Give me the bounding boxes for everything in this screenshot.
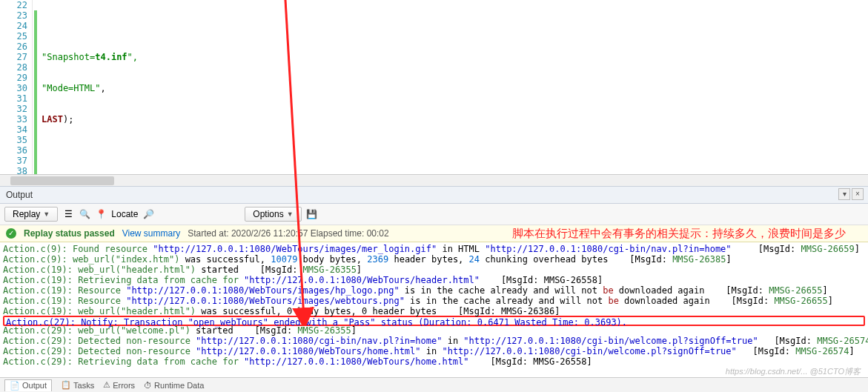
find-icon[interactable]: 🔍 bbox=[79, 208, 90, 220]
options-dropdown[interactable]: Options▼ bbox=[245, 207, 301, 222]
annotation-text: 脚本在执行过程中会有事务的相关提示：持续多久，浪费时间是多少 bbox=[512, 227, 846, 241]
watermark: https://blog.csdn.net/... @51CTO博客 bbox=[726, 366, 861, 377]
tab-runtime-data[interactable]: ⏱Runtime Data bbox=[144, 381, 204, 390]
output-toolbar: Replay▼ ☰ 🔍 📍 Locate 🔎 Options▼ 💾 bbox=[0, 204, 868, 225]
tab-tasks[interactable]: 📋Tasks bbox=[61, 380, 94, 390]
tab-output[interactable]: 📄Output bbox=[4, 379, 52, 391]
code-editor[interactable]: 22 23 24 25 26 27 28 29 30 31 32 33 34 3… bbox=[0, 0, 868, 174]
output-log[interactable]: Action.c(9): Found resource "http://127.… bbox=[0, 242, 868, 368]
panel-menu-button[interactable]: ▾ bbox=[838, 188, 850, 200]
tab-errors[interactable]: ⚠Errors bbox=[103, 380, 135, 390]
status-meta: Started at: 2020/2/26 11:20:57 Elapsed t… bbox=[188, 228, 389, 239]
locate-icon[interactable]: 📍 bbox=[95, 208, 107, 220]
replay-dropdown[interactable]: Replay▼ bbox=[4, 207, 58, 222]
panel-close-button[interactable]: × bbox=[852, 188, 864, 200]
change-markers bbox=[33, 0, 39, 174]
code-body[interactable]: "Snapshot=t4.inf", "Mode=HTML", LAST); l… bbox=[39, 0, 868, 174]
transaction-notify-row: Action.c(27): Notify: Transaction "open_… bbox=[3, 316, 865, 326]
locate-label[interactable]: Locate bbox=[111, 209, 138, 219]
success-icon: ✓ bbox=[6, 228, 16, 239]
status-text: Replay status passed bbox=[24, 228, 115, 239]
horizontal-scrollbar[interactable] bbox=[0, 174, 868, 186]
save-icon[interactable]: 💾 bbox=[306, 208, 318, 220]
output-panel-title: Output ▾ × bbox=[0, 186, 868, 204]
line-number-gutter: 22 23 24 25 26 27 28 29 30 31 32 33 34 3… bbox=[0, 0, 33, 174]
bottom-tabs: 📄Output 📋Tasks ⚠Errors ⏱Runtime Data bbox=[0, 377, 868, 392]
search-icon[interactable]: 🔎 bbox=[142, 208, 154, 220]
replay-status-bar: ✓ Replay status passed View summary Star… bbox=[0, 225, 868, 242]
view-summary-link[interactable]: View summary bbox=[122, 228, 180, 239]
tree-icon[interactable]: ☰ bbox=[62, 208, 74, 220]
